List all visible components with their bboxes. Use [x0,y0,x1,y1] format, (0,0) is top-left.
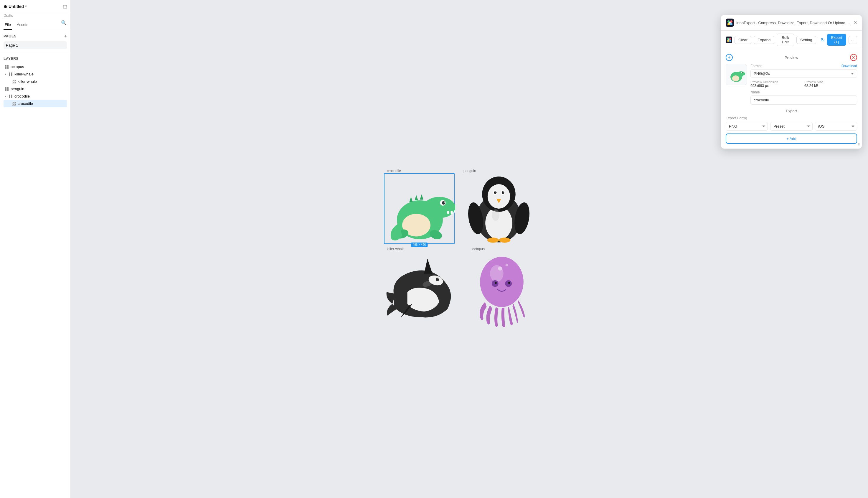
svg-point-27 [487,237,499,243]
plugin-title: InnoExport - Compress, Downsize, Export,… [736,21,851,25]
expand-button[interactable]: Expand [754,36,774,44]
octopus-frame[interactable] [465,253,539,327]
add-page-button[interactable]: + [64,34,67,39]
preview-card: Format Download PNG@2x Preview Dimension… [726,64,857,105]
svg-point-53 [728,39,729,40]
layer-crocodile[interactable]: ▾ crocodile [3,93,67,100]
svg-point-29 [492,209,499,221]
layer-penguin-label: penguin [11,87,24,91]
export-button[interactable]: Export (1) [827,34,846,46]
svg-point-24 [503,192,504,193]
octopus-label: octopus [472,246,485,251]
app-dropdown-icon[interactable]: ▾ [25,4,27,8]
export-section-label: Export [726,109,857,113]
svg-point-46 [730,23,733,25]
penguin-frame[interactable] [463,173,534,244]
svg-point-8 [444,201,445,203]
svg-point-50 [729,38,731,40]
plugin-logo [726,18,734,27]
layer-octopus[interactable]: octopus [3,63,67,70]
killer-whale-frame[interactable] [384,252,458,326]
layer-killer-whale[interactable]: ▾ killer-whale [3,70,67,78]
svg-rect-57 [743,75,744,76]
layer-crocodile-label: crocodile [14,94,30,99]
setting-button[interactable]: Setting [797,36,816,44]
export-button-label: Export (1) [831,35,842,44]
export-format-select[interactable]: PNG [726,122,768,131]
canvas-container: crocodile penguin [384,168,555,330]
crocodile-frame[interactable]: 496 × 496 [384,173,455,244]
format-row: Format Download [750,64,857,68]
expand-icon-2: ▾ [5,95,6,98]
resize-handle[interactable]: ⠿ [858,143,860,147]
page-1-item[interactable]: Page 1 [3,41,67,49]
sidebar-header: ⊞ Untitled ▾ ⬚ [0,0,70,13]
app-logo-icon: ⊞ [3,3,8,9]
layer-grid-icon-4 [9,94,13,99]
svg-point-34 [480,257,524,307]
format-select[interactable]: PNG@2x [750,69,857,78]
name-input[interactable] [750,95,857,105]
download-link[interactable]: Download [841,64,857,68]
clear-button[interactable]: Clear [735,36,751,44]
pages-section-header: Pages + [3,34,67,39]
preview-info: Format Download PNG@2x Preview Dimension… [750,64,857,105]
pages-section: Pages + Page 1 [0,30,70,53]
size-label: Preview Size [804,80,857,84]
add-item-button[interactable]: + [726,54,733,61]
format-label: Format [750,64,762,68]
app-title-text: Untitled [9,4,24,9]
sidebar: ⊞ Untitled ▾ ⬚ Drafts File Assets 🔍 Page… [0,0,71,498]
layer-grid-icon [5,65,9,69]
layer-grid-icon-3 [5,87,9,91]
layer-killer-whale-label: killer-whale [14,72,34,76]
dimension-value: 993x993 px [750,84,803,88]
app-title[interactable]: ⊞ Untitled ▾ [3,3,27,9]
sidebar-nav: File Assets 🔍 [0,20,70,30]
layers-title: Layers [3,56,67,61]
svg-point-32 [437,278,438,279]
layer-dashed-icon-2 [12,102,16,106]
export-config-label: Export Config [726,116,857,120]
svg-point-40 [498,266,502,271]
crocodile-svg [384,174,455,245]
svg-point-39 [508,282,510,284]
svg-point-23 [495,192,496,193]
search-icon[interactable]: 🔍 [61,20,67,30]
plugin-panel: InnoExport - Compress, Downsize, Export,… [721,15,862,149]
add-config-button[interactable]: + Add [726,133,857,144]
more-options-button[interactable]: ··· [849,36,857,44]
svg-rect-4 [450,211,452,214]
svg-marker-13 [415,195,418,200]
svg-point-7 [442,201,445,205]
dimension-item: Preview Dimension 993x993 px [750,80,803,88]
tab-file[interactable]: File [3,20,12,30]
size-badge: 496 × 496 [411,243,428,247]
layer-crocodile-child[interactable]: crocodile [3,100,67,107]
refresh-icon[interactable]: ↻ [821,37,825,43]
expand-icon: ▾ [5,73,6,76]
penguin-svg [463,173,534,244]
preview-label: Preview [733,55,850,60]
svg-point-52 [729,40,731,42]
svg-rect-3 [447,211,449,214]
close-icon[interactable]: ✕ [853,20,857,25]
orca-svg [384,252,458,326]
layer-penguin[interactable]: penguin [3,85,67,93]
svg-point-47 [729,22,731,24]
export-platform-select[interactable]: iOS [815,122,857,131]
preview-dims: Preview Dimension 993x993 px Preview Siz… [750,80,857,88]
bulk-edit-button[interactable]: Bulk Edit [777,34,794,46]
octopus-svg [465,253,539,327]
svg-point-41 [505,264,508,266]
remove-item-button[interactable]: ✕ [850,54,857,61]
panel-toggle-icon[interactable]: ⬚ [63,4,67,9]
tab-assets[interactable]: Assets [16,20,29,30]
export-preset-select[interactable]: Preset [770,122,812,131]
svg-point-60 [742,72,743,73]
svg-point-61 [732,76,739,81]
canvas-area: crocodile penguin [71,0,868,498]
layer-octopus-label: octopus [11,65,24,69]
plugin-toolbar: Clear Expand Bulk Edit Setting ↻ Export … [721,31,862,49]
layer-killer-whale-child[interactable]: killer-whale [3,78,67,85]
